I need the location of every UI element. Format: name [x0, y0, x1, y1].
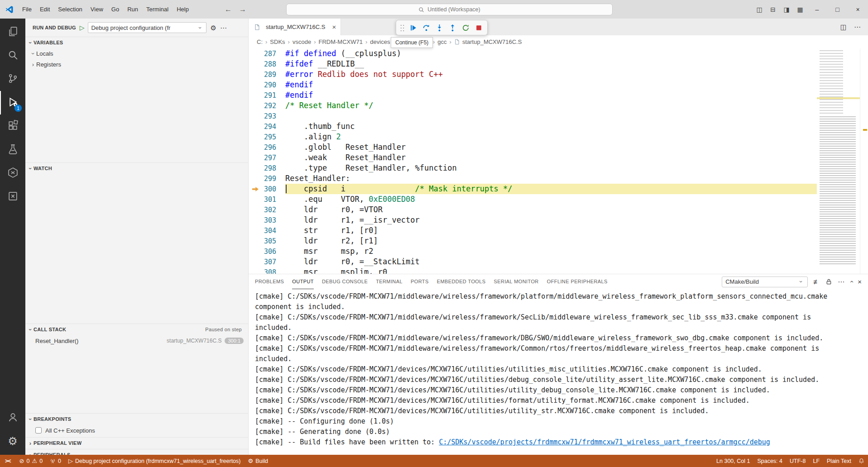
- menu-selection[interactable]: Selection: [54, 4, 86, 15]
- line-gutter[interactable]: 306: [249, 246, 285, 257]
- breadcrumb-item[interactable]: gcc: [436, 38, 447, 45]
- breadcrumb-item[interactable]: vscode: [292, 38, 312, 45]
- panel-tab-ports[interactable]: PORTS: [411, 274, 429, 289]
- watch-header[interactable]: › WATCH: [25, 163, 248, 174]
- minimize-button[interactable]: –: [807, 0, 827, 19]
- minimap[interactable]: [817, 48, 860, 274]
- variables-header[interactable]: › VARIABLES: [25, 37, 248, 48]
- line-gutter[interactable]: 304: [249, 225, 285, 236]
- code-line[interactable]: 293: [249, 111, 817, 121]
- call-stack-frame[interactable]: Reset_Handler()startup_MCXW716C.S300:1: [25, 335, 248, 347]
- editor-scrollbar[interactable]: [860, 48, 868, 274]
- close-icon[interactable]: ×: [332, 23, 336, 31]
- stop-button[interactable]: [473, 22, 485, 34]
- line-gutter[interactable]: 287: [249, 48, 285, 59]
- peripheral-view-header[interactable]: › PERIPHERAL VIEW: [25, 438, 248, 448]
- line-gutter[interactable]: 305: [249, 236, 285, 246]
- variables-item[interactable]: ›Registers: [25, 59, 248, 70]
- line-gutter[interactable]: 288: [249, 59, 285, 69]
- sidebar-item-run-and-debug[interactable]: 1: [0, 91, 25, 114]
- code-line[interactable]: 287#if defined (__cplusplus): [249, 48, 817, 59]
- code-line[interactable]: 308 msr msplim, r0: [249, 267, 817, 274]
- sidebar-item-explorer[interactable]: [0, 20, 25, 44]
- gear-icon[interactable]: ⚙: [210, 24, 216, 31]
- forward-arrow-icon[interactable]: →: [239, 5, 246, 14]
- more-actions-icon[interactable]: ⋯: [838, 278, 844, 285]
- step-out-button[interactable]: [446, 22, 459, 34]
- variables-item[interactable]: ›Locals: [25, 48, 248, 59]
- line-gutter[interactable]: 294: [249, 121, 285, 132]
- sidebar-item-source-control[interactable]: [0, 67, 25, 91]
- breadcrumb-item[interactable]: startup_MCXW716C.S: [453, 38, 523, 45]
- sidebar-item-xterm[interactable]: [0, 185, 25, 209]
- line-gutter[interactable]: 298: [249, 163, 285, 173]
- code-line[interactable]: 296 .globl Reset_Handler: [249, 142, 817, 152]
- menu-view[interactable]: View: [86, 4, 107, 15]
- maximize-panel-icon[interactable]: ›: [848, 281, 854, 283]
- line-gutter[interactable]: 307: [249, 257, 285, 267]
- panel-tab-offline-peripherals[interactable]: OFFLINE PERIPHERALS: [547, 274, 608, 289]
- continue-button[interactable]: [407, 22, 419, 34]
- code-line[interactable]: 303 ldr r1, =__isr_vector: [249, 215, 817, 225]
- code-line[interactable]: 304 str r1, [r0]: [249, 225, 817, 236]
- breadcrumb-item[interactable]: FRDM-MCXW71: [317, 38, 364, 45]
- toggle-sidebar-icon[interactable]: ◫: [753, 6, 766, 13]
- lock-icon[interactable]: [825, 278, 832, 285]
- breakpoint-item[interactable]: All C++ Exceptions: [25, 424, 248, 436]
- line-gutter[interactable]: 293: [249, 111, 285, 121]
- code-line[interactable]: 290#endif: [249, 80, 817, 90]
- code-line[interactable]: 300 cpsid i /* Mask interrupts */: [249, 184, 817, 194]
- line-gutter[interactable]: 299: [249, 173, 285, 184]
- line-gutter[interactable]: 308: [249, 267, 285, 274]
- remote-indicator[interactable]: ><: [0, 455, 16, 467]
- toggle-panel-icon[interactable]: ⊟: [766, 6, 780, 13]
- sidebar-item-extensions[interactable]: [0, 114, 25, 138]
- code-line[interactable]: 289#error Redlib does not support C++: [249, 69, 817, 80]
- code-editor[interactable]: 287#if defined (__cplusplus)288#ifdef __…: [249, 48, 868, 274]
- menu-go[interactable]: Go: [107, 4, 123, 15]
- more-actions-icon[interactable]: ⋯: [220, 24, 227, 31]
- build-button[interactable]: ⚙ Build: [244, 455, 271, 467]
- sidebar-item-testing[interactable]: [0, 138, 25, 162]
- breakpoints-header[interactable]: › BREAKPOINTS: [25, 414, 248, 424]
- customize-layout-icon[interactable]: ▦: [793, 6, 807, 13]
- panel-tab-serial-monitor[interactable]: SERIAL MONITOR: [494, 274, 539, 289]
- call-stack-header[interactable]: › CALL STACK Paused on step: [25, 324, 248, 335]
- line-gutter[interactable]: 289: [249, 69, 285, 80]
- output-log[interactable]: [cmake] C:/SDKs/vscode/FRDM-MCXW71/middl…: [249, 289, 868, 455]
- ports-indicator[interactable]: 0: [46, 455, 65, 467]
- menu-file[interactable]: File: [18, 4, 36, 15]
- menu-edit[interactable]: Edit: [36, 4, 54, 15]
- menu-help[interactable]: Help: [173, 4, 193, 15]
- panel-tab-debug-console[interactable]: DEBUG CONSOLE: [322, 274, 368, 289]
- line-gutter[interactable]: 302: [249, 205, 285, 215]
- start-debug-icon[interactable]: ▷: [80, 24, 85, 31]
- clear-output-icon[interactable]: ≢: [813, 278, 820, 285]
- output-channel-select[interactable]: CMake/Build ›: [722, 276, 808, 287]
- panel-tab-output[interactable]: OUTPUT: [292, 274, 314, 289]
- line-gutter[interactable]: 290: [249, 80, 285, 90]
- cursor-position[interactable]: Ln 300, Col 1: [713, 455, 753, 467]
- code-line[interactable]: 307 ldr r0, =__StackLimit: [249, 257, 817, 267]
- code-line[interactable]: 292/* Reset Handler */: [249, 100, 817, 111]
- breadcrumb-item[interactable]: C:: [256, 38, 264, 45]
- line-gutter[interactable]: 301: [249, 194, 285, 205]
- code-line[interactable]: 306 msr msp, r2: [249, 246, 817, 257]
- problems-indicator[interactable]: ⊘ 0 ⚠ 0: [16, 455, 46, 467]
- breadcrumb-item[interactable]: SDKs: [269, 38, 286, 45]
- restart-button[interactable]: [460, 22, 472, 34]
- code-line[interactable]: 301 .equ VTOR, 0xE000ED08: [249, 194, 817, 205]
- sidebar-item-search[interactable]: [0, 44, 25, 67]
- line-gutter[interactable]: 291: [249, 90, 285, 100]
- code-line[interactable]: 305 ldr r2, [r1]: [249, 236, 817, 246]
- maximize-button[interactable]: □: [827, 0, 848, 19]
- panel-tab-terminal[interactable]: TERMINAL: [376, 274, 403, 289]
- line-gutter[interactable]: 300: [249, 184, 285, 194]
- panel-tab-problems[interactable]: PROBLEMS: [255, 274, 284, 289]
- code-line[interactable]: 294 .thumb_func: [249, 121, 817, 132]
- notifications-button[interactable]: [855, 455, 868, 467]
- line-gutter[interactable]: 297: [249, 152, 285, 163]
- eol-status[interactable]: LF: [809, 455, 823, 467]
- encoding-status[interactable]: UTF-8: [786, 455, 809, 467]
- close-button[interactable]: ×: [848, 0, 868, 19]
